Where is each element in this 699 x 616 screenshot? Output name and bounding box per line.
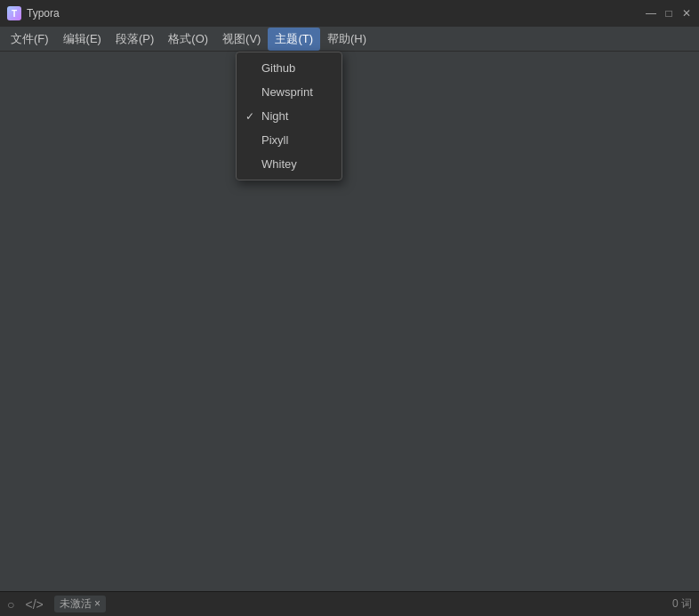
app-icon: T [7, 6, 21, 20]
menu-item-paragraph[interactable]: 段落(P) [108, 28, 161, 51]
menu-item-edit[interactable]: 编辑(E) [56, 28, 108, 51]
activation-badge[interactable]: 未激活 × [54, 596, 106, 612]
theme-option-newsprint[interactable]: Newsprint [237, 80, 341, 104]
menu-bar: 文件(F) 编辑(E) 段落(P) 格式(O) 视图(V) 主题(T) 帮助(H… [0, 27, 699, 52]
main-content: Github Newsprint ✓ Night Pixyll Whitey [0, 52, 699, 591]
app-title: Typora [27, 7, 60, 20]
theme-option-github[interactable]: Github [237, 56, 341, 80]
pixyll-label: Pixyll [261, 133, 288, 147]
theme-dropdown: Github Newsprint ✓ Night Pixyll Whitey [236, 52, 342, 180]
code-icon[interactable]: </> [25, 597, 43, 612]
status-bar-left: ○ </> 未激活 × [7, 596, 106, 612]
status-bar: ○ </> 未激活 × 0 词 [0, 591, 699, 616]
close-button[interactable]: ✕ [681, 8, 692, 19]
title-bar-controls: — □ ✕ [646, 8, 692, 19]
check-icon: ✓ [245, 110, 254, 123]
word-count: 0 词 [672, 596, 692, 612]
newsprint-label: Newsprint [261, 85, 313, 99]
github-label: Github [261, 61, 295, 75]
theme-option-night[interactable]: ✓ Night [237, 104, 341, 128]
menu-item-format[interactable]: 格式(O) [161, 28, 215, 51]
theme-option-whitey[interactable]: Whitey [237, 152, 341, 176]
maximize-button[interactable]: □ [663, 8, 674, 19]
menu-item-help[interactable]: 帮助(H) [320, 28, 374, 51]
title-bar-left: T Typora [7, 6, 60, 20]
title-bar: T Typora — □ ✕ [0, 0, 699, 27]
theme-option-pixyll[interactable]: Pixyll [237, 128, 341, 152]
whitey-label: Whitey [261, 157, 297, 171]
menu-item-file[interactable]: 文件(F) [4, 28, 56, 51]
menu-item-view[interactable]: 视图(V) [215, 28, 268, 51]
night-label: Night [261, 109, 288, 123]
menu-item-theme[interactable]: 主题(T) [268, 28, 320, 51]
circle-icon[interactable]: ○ [7, 597, 14, 612]
minimize-button[interactable]: — [646, 8, 656, 19]
